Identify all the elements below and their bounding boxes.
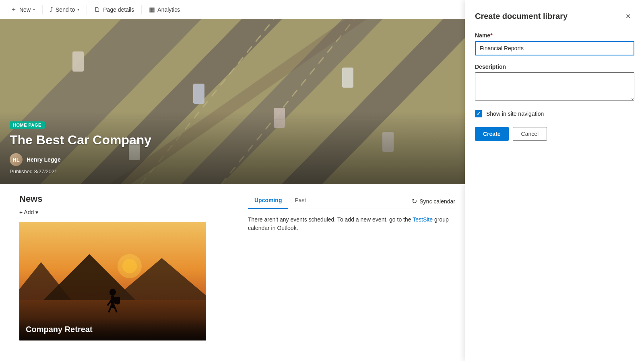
new-button[interactable]: ＋ New ▾	[6, 3, 39, 16]
page-details-icon: 🗋	[94, 6, 101, 13]
analytics-button[interactable]: ▦ Analytics	[145, 3, 184, 16]
news-add-button[interactable]: + Add ▾	[19, 209, 206, 215]
checkbox-check-icon: ✓	[477, 111, 481, 117]
cancel-button[interactable]: Cancel	[513, 127, 547, 141]
description-label: Description	[475, 64, 634, 70]
analytics-icon: ▦	[149, 6, 155, 13]
events-section: Upcoming Past ↻ Sync calendar There aren…	[235, 184, 455, 242]
description-field-group: Description	[475, 64, 634, 102]
events-empty-text: There aren't any events scheduled. To ad…	[248, 216, 413, 223]
news-card-overlay: Company Retreat	[19, 318, 206, 340]
sync-calendar-button[interactable]: ↻ Sync calendar	[412, 197, 455, 205]
tab-upcoming[interactable]: Upcoming	[248, 194, 288, 209]
name-label: Name*	[475, 32, 634, 39]
news-section: News + Add ▾	[10, 184, 216, 350]
new-label: New	[19, 6, 31, 13]
news-add-chevron-icon: ▾	[35, 209, 38, 215]
published-date: Published 8/27/2021	[10, 168, 455, 174]
news-column: News + Add ▾	[0, 184, 225, 350]
new-chevron-icon: ▾	[33, 7, 35, 12]
name-input[interactable]	[475, 41, 634, 55]
hero-section: HOME PAGE The Best Car Company HL Henry …	[0, 19, 465, 184]
show-nav-checkbox[interactable]: ✓	[475, 110, 482, 117]
analytics-label: Analytics	[157, 6, 180, 13]
panel-header: Create document library ✕	[475, 10, 634, 23]
hero-overlay: HOME PAGE The Best Car Company HL Henry …	[0, 111, 465, 184]
events-tabs: Upcoming Past ↻ Sync calendar	[248, 194, 455, 209]
hero-author: HL Henry Legge	[10, 153, 455, 166]
toolbar-divider-3	[141, 5, 142, 14]
create-button[interactable]: Create	[475, 127, 509, 141]
create-document-library-panel: Create document library ✕ Name* Descript…	[465, 0, 644, 361]
author-name: Henry Legge	[27, 156, 61, 163]
sync-label: Sync calendar	[419, 198, 455, 205]
bottom-content: News + Add ▾	[0, 184, 465, 350]
action-buttons: Create Cancel	[475, 127, 634, 141]
svg-point-22	[109, 289, 116, 296]
show-nav-label: Show in site navigation	[486, 111, 544, 117]
send-to-chevron-icon: ▾	[77, 7, 79, 12]
page-details-label: Page details	[103, 6, 134, 13]
events-column: Upcoming Past ↻ Sync calendar There aren…	[225, 184, 465, 350]
svg-point-30	[122, 259, 137, 273]
events-empty-message: There aren't any events scheduled. To ad…	[248, 215, 455, 232]
news-title: News	[19, 194, 206, 204]
testsite-link[interactable]: TestSite	[413, 216, 433, 223]
news-add-label: + Add	[19, 209, 34, 215]
svg-rect-28	[114, 297, 120, 304]
panel-title: Create document library	[475, 12, 568, 21]
hero-title: The Best Car Company	[10, 133, 455, 148]
hero-badge: HOME PAGE	[10, 121, 45, 129]
new-icon: ＋	[10, 5, 17, 14]
tab-past[interactable]: Past	[288, 194, 312, 209]
name-field-group: Name*	[475, 32, 634, 55]
news-card-image: Company Retreat	[19, 222, 206, 340]
news-card[interactable]: Company Retreat	[19, 222, 206, 340]
description-input[interactable]	[475, 72, 634, 101]
panel-close-button[interactable]: ✕	[621, 10, 634, 23]
send-to-button[interactable]: ⤴ Send to ▾	[46, 4, 83, 16]
show-nav-row: ✓ Show in site navigation	[475, 110, 634, 117]
main-content: ＋ New ▾ ⤴ Send to ▾ 🗋 Page details ▦ Ana…	[0, 0, 465, 361]
close-icon: ✕	[625, 12, 631, 20]
news-card-title: Company Retreat	[26, 325, 200, 334]
send-to-label: Send to	[56, 6, 75, 13]
avatar: HL	[10, 153, 23, 166]
toolbar-divider-2	[87, 5, 87, 14]
toolbar-divider-1	[42, 5, 43, 14]
page-details-button[interactable]: 🗋 Page details	[90, 4, 138, 16]
toolbar: ＋ New ▾ ⤴ Send to ▾ 🗋 Page details ▦ Ana…	[0, 0, 465, 19]
send-to-icon: ⤴	[50, 6, 53, 13]
sync-icon: ↻	[412, 197, 417, 205]
